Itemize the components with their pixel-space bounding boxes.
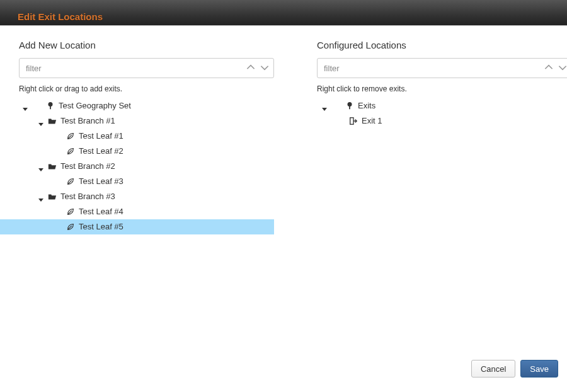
expand-toggle-icon[interactable] [38, 163, 44, 169]
tree-branch-node[interactable]: Test Branch #1 [0, 113, 274, 129]
tree-node-label: Test Leaf #5 [79, 219, 123, 234]
tree-node-label: Test Branch #2 [60, 159, 115, 174]
leaf-icon [66, 147, 75, 156]
save-button[interactable]: Save [520, 360, 558, 378]
add-location-hint: Right click or drag to add exits. [19, 84, 293, 93]
tree-root-node[interactable]: Exits [306, 98, 561, 113]
add-location-filter-wrap [19, 58, 274, 78]
cancel-button[interactable]: Cancel [471, 360, 515, 378]
add-location-heading: Add New Location [19, 40, 293, 50]
tree-leaf-node-selected[interactable]: Test Leaf #5 [0, 219, 274, 234]
tree-node-label: Test Geography Set [59, 98, 131, 113]
tree-branch-node[interactable]: Test Branch #2 [0, 159, 274, 174]
add-location-panel: Add New Location Right click or drag to … [0, 26, 306, 354]
tree-node-label: Test Leaf #1 [79, 129, 123, 144]
leaf-icon [66, 207, 75, 216]
dialog-title: Edit Exit Locations [18, 11, 103, 22]
tree-leaf-node[interactable]: Test Leaf #1 [0, 129, 274, 144]
filter-nav-buttons [245, 62, 270, 73]
tree-leaf-node[interactable]: Test Leaf #2 [0, 144, 274, 159]
geography-set-icon [46, 101, 55, 110]
dialog-body: Add New Location Right click or drag to … [0, 26, 567, 354]
filter-nav-buttons [543, 62, 567, 73]
expand-toggle-icon[interactable] [38, 193, 44, 199]
leaf-icon [66, 222, 75, 231]
tree-node-label: Test Leaf #3 [79, 174, 123, 189]
tree-node-label: Test Leaf #4 [79, 204, 123, 219]
tree-node-label: Exits [358, 98, 375, 113]
expand-toggle-icon[interactable] [22, 102, 28, 108]
exits-tree: Exits Exit 1 [306, 98, 561, 129]
geography-tree: Test Geography Set Test Branch #1 Test L… [0, 98, 274, 234]
folder-open-icon [48, 162, 57, 171]
folder-open-icon [48, 192, 57, 201]
svg-rect-4 [350, 118, 353, 125]
tree-node-label: Test Leaf #2 [79, 144, 123, 159]
dialog-titlebar: Edit Exit Locations [0, 0, 567, 26]
configured-hint: Right click to remove exits. [317, 84, 567, 93]
tree-node-label: Test Branch #3 [60, 189, 115, 204]
tree-branch-node[interactable]: Test Branch #3 [0, 189, 274, 204]
tree-leaf-node[interactable]: Test Leaf #3 [0, 174, 274, 189]
configured-locations-panel: Configured Locations Right click to remo… [306, 26, 567, 354]
exit-icon [349, 117, 358, 125]
folder-open-icon [48, 117, 57, 125]
svg-rect-1 [50, 106, 51, 109]
expand-toggle-icon[interactable] [38, 117, 44, 124]
dialog-footer: Cancel Save [0, 354, 567, 378]
expand-toggle-icon[interactable] [321, 102, 328, 108]
tree-node-label: Test Branch #1 [60, 113, 115, 129]
svg-point-2 [348, 102, 352, 107]
configured-filter-input[interactable] [317, 58, 567, 78]
tree-exit-node[interactable]: Exit 1 [306, 113, 561, 129]
leaf-icon [66, 177, 75, 186]
filter-next-icon[interactable] [557, 62, 567, 73]
tree-node-label: Exit 1 [362, 113, 382, 129]
svg-point-0 [49, 102, 53, 107]
add-location-filter-input[interactable] [19, 58, 274, 78]
svg-rect-3 [349, 106, 350, 109]
tree-leaf-node[interactable]: Test Leaf #4 [0, 204, 274, 219]
filter-prev-icon[interactable] [543, 62, 554, 73]
configured-filter-wrap [317, 58, 567, 78]
configured-locations-heading: Configured Locations [317, 40, 567, 50]
leaf-icon [66, 132, 75, 141]
filter-next-icon[interactable] [259, 62, 270, 73]
tree-root-node[interactable]: Test Geography Set [0, 98, 274, 113]
exits-root-icon [345, 101, 354, 110]
filter-prev-icon[interactable] [245, 62, 256, 73]
